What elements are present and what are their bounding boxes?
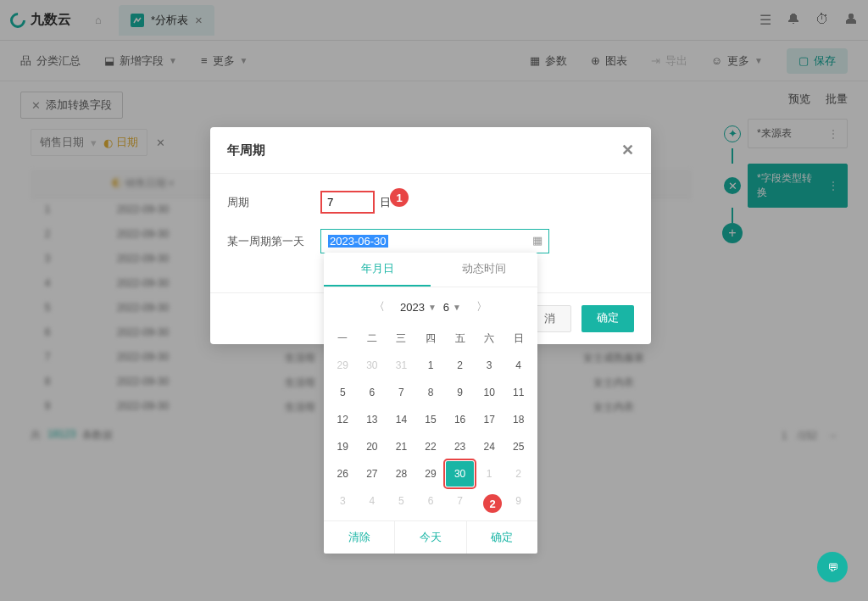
dp-tab-dynamic[interactable]: 动态时间 bbox=[431, 253, 537, 287]
dp-day[interactable]: 30 bbox=[359, 353, 387, 378]
chat-fab[interactable]: 💬︎ bbox=[817, 552, 848, 582]
dp-day[interactable]: 8 bbox=[417, 380, 445, 405]
dp-day[interactable]: 3 bbox=[476, 353, 504, 378]
dp-day[interactable]: 1 bbox=[417, 353, 445, 378]
dp-day[interactable]: 1 bbox=[476, 461, 504, 487]
first-day-label: 某一周期第一天 bbox=[227, 234, 320, 249]
close-icon[interactable]: ✕ bbox=[621, 141, 634, 159]
year-select[interactable]: 2023▼ bbox=[400, 301, 437, 314]
dp-day[interactable]: 7 bbox=[446, 488, 474, 514]
dp-day[interactable]: 5 bbox=[329, 380, 357, 405]
month-select[interactable]: 6▼ bbox=[443, 301, 461, 314]
period-input[interactable] bbox=[320, 191, 375, 214]
dp-day[interactable]: 18 bbox=[504, 407, 532, 432]
dp-day[interactable]: 29 bbox=[417, 461, 445, 487]
dp-weekday: 日 bbox=[504, 326, 532, 351]
dp-day[interactable]: 29 bbox=[329, 353, 357, 378]
dp-day[interactable]: 7 bbox=[387, 380, 415, 405]
dp-day[interactable]: 24 bbox=[476, 434, 504, 459]
annotation-1: 1 bbox=[390, 188, 409, 207]
period-label: 周期 bbox=[227, 195, 320, 210]
dp-day[interactable]: 9 bbox=[446, 380, 474, 405]
first-day-input[interactable]: 2023-06-30 bbox=[320, 229, 549, 253]
dp-weekday: 六 bbox=[476, 326, 504, 351]
next-month-icon[interactable]: 〉 bbox=[468, 296, 496, 318]
dp-weekday: 一 bbox=[329, 326, 357, 351]
dp-day[interactable]: 15 bbox=[417, 407, 445, 432]
dp-day[interactable]: 21 bbox=[387, 434, 415, 459]
annotation-2: 2 bbox=[483, 494, 502, 513]
dp-clear-button[interactable]: 清除 bbox=[324, 521, 394, 554]
dp-day[interactable]: 4 bbox=[359, 488, 387, 514]
dp-today-button[interactable]: 今天 bbox=[394, 521, 465, 554]
dp-day[interactable]: 2 bbox=[504, 461, 532, 487]
prev-month-icon[interactable]: 〈 bbox=[365, 296, 393, 318]
dp-weekday: 二 bbox=[359, 326, 387, 351]
datepicker: 年月日 动态时间 〈 2023▼ 6▼ 〉 一二三四五六日29303112345… bbox=[324, 253, 537, 554]
dp-day[interactable]: 14 bbox=[387, 407, 415, 432]
dp-day[interactable]: 19 bbox=[329, 434, 357, 459]
dp-day[interactable]: 9 bbox=[504, 488, 532, 514]
dp-day[interactable]: 2 bbox=[446, 353, 474, 378]
dp-day[interactable]: 5 bbox=[387, 488, 415, 514]
dp-weekday: 三 bbox=[387, 326, 415, 351]
ok-button[interactable]: 确定 bbox=[581, 305, 634, 332]
dp-confirm-button[interactable]: 确定 bbox=[466, 521, 537, 554]
dp-day[interactable]: 17 bbox=[476, 407, 504, 432]
modal-title: 年周期 bbox=[227, 142, 265, 159]
dp-day[interactable]: 25 bbox=[504, 434, 532, 459]
dp-tab-ymd[interactable]: 年月日 bbox=[324, 253, 431, 287]
dp-day[interactable]: 3 bbox=[329, 488, 357, 514]
dp-day[interactable]: 10 bbox=[476, 380, 504, 405]
dp-day[interactable]: 13 bbox=[359, 407, 387, 432]
dp-day[interactable]: 31 bbox=[387, 353, 415, 378]
dp-day[interactable]: 6 bbox=[359, 380, 387, 405]
dp-day[interactable]: 11 bbox=[504, 380, 532, 405]
dp-day[interactable]: 12 bbox=[329, 407, 357, 432]
dp-day[interactable]: 26 bbox=[329, 461, 357, 487]
dp-day[interactable]: 6 bbox=[417, 488, 445, 514]
dp-weekday: 五 bbox=[446, 326, 474, 351]
dp-day[interactable]: 27 bbox=[359, 461, 387, 487]
dp-day[interactable]: 23 bbox=[446, 434, 474, 459]
dp-day[interactable]: 30 bbox=[446, 461, 474, 487]
calendar-icon[interactable]: ▦ bbox=[532, 234, 542, 247]
dp-day[interactable]: 22 bbox=[417, 434, 445, 459]
dp-day[interactable]: 16 bbox=[446, 407, 474, 432]
dp-weekday: 四 bbox=[417, 326, 445, 351]
dp-day[interactable]: 20 bbox=[359, 434, 387, 459]
dp-day[interactable]: 28 bbox=[387, 461, 415, 487]
dp-day[interactable]: 4 bbox=[504, 353, 532, 378]
